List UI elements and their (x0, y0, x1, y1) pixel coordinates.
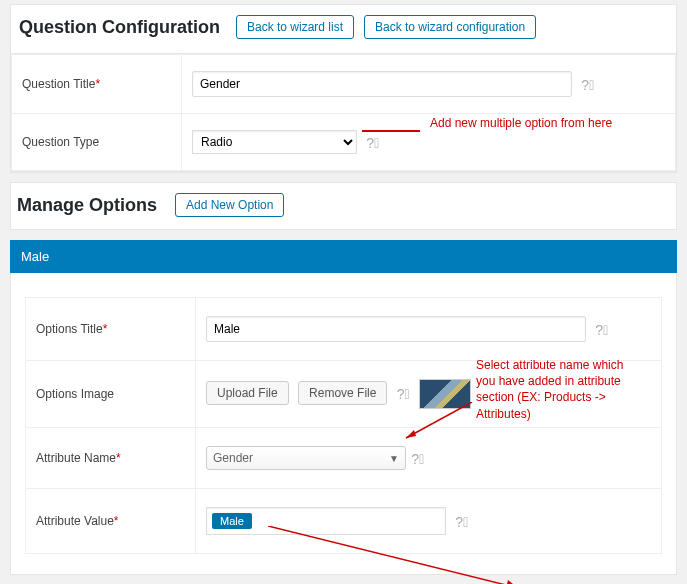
manage-options-header: Manage Options Add New Option (11, 183, 676, 229)
annotation-attr-name: Select attribute name which you have add… (476, 357, 636, 422)
annotation-add-option: Add new multiple option from here (430, 116, 612, 130)
question-type-select[interactable]: Radio (192, 130, 357, 154)
manage-options-title: Manage Options (17, 195, 157, 216)
attribute-name-label: Attribute Name* (26, 428, 196, 489)
help-icon[interactable]: ?⃝ (595, 322, 608, 338)
help-icon[interactable]: ?⃝ (581, 77, 594, 93)
attribute-name-select[interactable]: Gender ▼ (206, 446, 406, 470)
question-title-input[interactable] (192, 71, 572, 97)
options-title-label: Options Title* (26, 298, 196, 361)
back-to-wizard-list-button[interactable]: Back to wizard list (236, 15, 354, 39)
help-icon[interactable]: ?⃝ (366, 135, 379, 151)
remove-file-button[interactable]: Remove File (298, 381, 387, 405)
options-title-input[interactable] (206, 316, 586, 342)
image-thumbnail (419, 379, 471, 409)
accordion-body-male: Options Title* ?⃝ Options Image Upload F… (10, 273, 677, 575)
attribute-value-chip[interactable]: Male (212, 513, 252, 529)
chevron-down-icon: ▼ (389, 453, 399, 464)
question-form: Question Title* ?⃝ Question Type Radio ?… (11, 54, 676, 171)
attribute-value-label: Attribute Value* (26, 489, 196, 554)
option-accordion-male: Male Options Title* ?⃝ Options Image Upl… (10, 240, 677, 575)
back-to-wizard-config-button[interactable]: Back to wizard configuration (364, 15, 536, 39)
help-icon[interactable]: ?⃝ (397, 386, 410, 402)
help-icon[interactable]: ?⃝ (411, 451, 424, 467)
add-new-option-button[interactable]: Add New Option (175, 193, 284, 217)
upload-file-button[interactable]: Upload File (206, 381, 289, 405)
attribute-value-input[interactable]: Male (206, 507, 446, 535)
help-icon[interactable]: ?⃝ (455, 514, 468, 530)
question-config-panel: Question Configuration Back to wizard li… (10, 4, 677, 172)
options-image-label: Options Image (26, 361, 196, 428)
manage-options-panel: Manage Options Add New Option (10, 182, 677, 230)
page-title: Question Configuration (19, 17, 220, 38)
svg-marker-2 (406, 430, 416, 438)
question-type-label: Question Type (12, 114, 182, 171)
panel-header: Question Configuration Back to wizard li… (11, 5, 676, 54)
accordion-header-male[interactable]: Male (10, 240, 677, 273)
svg-marker-4 (506, 580, 518, 584)
question-title-label: Question Title* (12, 55, 182, 114)
